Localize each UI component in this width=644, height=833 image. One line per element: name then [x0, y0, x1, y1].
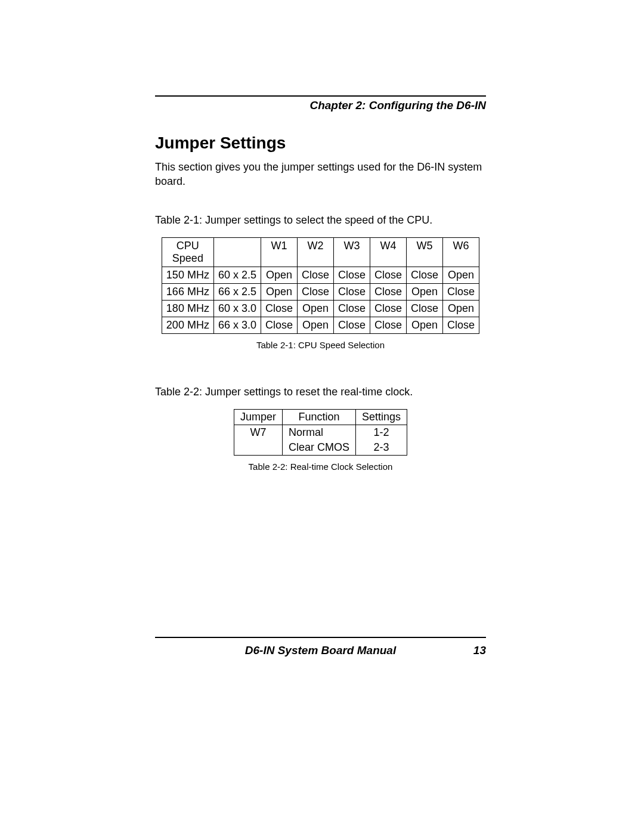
col-jumper: Jumper [234, 409, 282, 425]
cell-w6: Open [443, 300, 479, 317]
col-cpu-speed: CPU Speed [162, 237, 213, 267]
section-intro: This section gives you the jumper settin… [155, 160, 486, 189]
cell-w4: Close [370, 300, 407, 317]
cell-w1: Close [261, 300, 297, 317]
cell-w3: Close [334, 283, 370, 300]
cell-w3: Close [334, 300, 370, 317]
cell-mult: 60 x 3.0 [213, 300, 261, 317]
cell-mult: 60 x 2.5 [213, 267, 261, 283]
col-function: Function [282, 409, 355, 425]
cell-w5: Open [407, 283, 443, 300]
header-rule [155, 95, 486, 97]
content-area: Chapter 2: Configuring the D6-IN Jumper … [155, 95, 486, 507]
footer-manual-title: D6-IN System Board Manual [155, 644, 486, 657]
cell-w6: Close [443, 317, 479, 333]
cell-mult: 66 x 2.5 [213, 283, 261, 300]
table-row: 200 MHz 66 x 3.0 Close Open Close Close … [162, 317, 479, 333]
table-row: 150 MHz 60 x 2.5 Open Close Close Close … [162, 267, 479, 283]
cell-w1: Open [261, 283, 297, 300]
cell-w2: Close [297, 283, 333, 300]
cell-w4: Close [370, 283, 407, 300]
cell-w6: Open [443, 267, 479, 283]
cell-w3: Close [334, 317, 370, 333]
cell-w4: Close [370, 317, 407, 333]
rtc-table: Jumper Function Settings W7 Normal 1-2 C… [234, 409, 407, 456]
cell-w2: Open [297, 300, 333, 317]
cell-w2: Open [297, 317, 333, 333]
section-title: Jumper Settings [155, 134, 486, 153]
cell-mult: 66 x 3.0 [213, 317, 261, 333]
cell-function: Clear CMOS [282, 440, 355, 456]
col-w1: W1 [261, 237, 297, 267]
table1-caption: Table 2-1: CPU Speed Selection [155, 340, 486, 350]
col-cpu-speed-label: CPU Speed [170, 240, 206, 265]
col-w5: W5 [407, 237, 443, 267]
table2-intro: Table 2-2: Jumper settings to reset the … [155, 386, 486, 398]
col-w2: W2 [297, 237, 333, 267]
footer-page-number: 13 [473, 644, 486, 657]
footer-line: D6-IN System Board Manual 13 [155, 644, 486, 658]
page: Chapter 2: Configuring the D6-IN Jumper … [0, 0, 644, 833]
cell-w1: Open [261, 267, 297, 283]
cell-w2: Close [297, 267, 333, 283]
col-multiplier [213, 237, 261, 267]
table-row: 166 MHz 66 x 2.5 Open Close Close Close … [162, 283, 479, 300]
cell-speed: 166 MHz [162, 283, 213, 300]
col-w3: W3 [334, 237, 370, 267]
cell-speed: 200 MHz [162, 317, 213, 333]
cell-w4: Close [370, 267, 407, 283]
col-settings: Settings [356, 409, 407, 425]
cell-jumper: W7 [234, 425, 282, 455]
col-w6: W6 [443, 237, 479, 267]
cell-settings: 1-2 [356, 425, 407, 440]
cell-w5: Close [407, 300, 443, 317]
table-row: 180 MHz 60 x 3.0 Close Open Close Close … [162, 300, 479, 317]
footer-rule [155, 637, 486, 638]
table1-intro: Table 2-1: Jumper settings to select the… [155, 214, 486, 227]
cell-w5: Open [407, 317, 443, 333]
cpu-speed-table: CPU Speed W1 W2 W3 W4 W5 W6 150 MHz 60 x… [162, 237, 479, 334]
cell-speed: 150 MHz [162, 267, 213, 283]
footer: D6-IN System Board Manual 13 [155, 637, 486, 658]
cell-w5: Close [407, 267, 443, 283]
cell-w6: Close [443, 283, 479, 300]
chapter-title: Chapter 2: Configuring the D6-IN [155, 99, 486, 112]
table-row: Jumper Function Settings [234, 409, 407, 425]
cell-w3: Close [334, 267, 370, 283]
table2-caption: Table 2-2: Real-time Clock Selection [155, 462, 486, 472]
cell-w1: Close [261, 317, 297, 333]
table-row: W7 Normal 1-2 [234, 425, 407, 440]
cell-speed: 180 MHz [162, 300, 213, 317]
cell-settings: 2-3 [356, 440, 407, 456]
col-w4: W4 [370, 237, 407, 267]
table-row: CPU Speed W1 W2 W3 W4 W5 W6 [162, 237, 479, 267]
cell-function: Normal [282, 425, 355, 440]
